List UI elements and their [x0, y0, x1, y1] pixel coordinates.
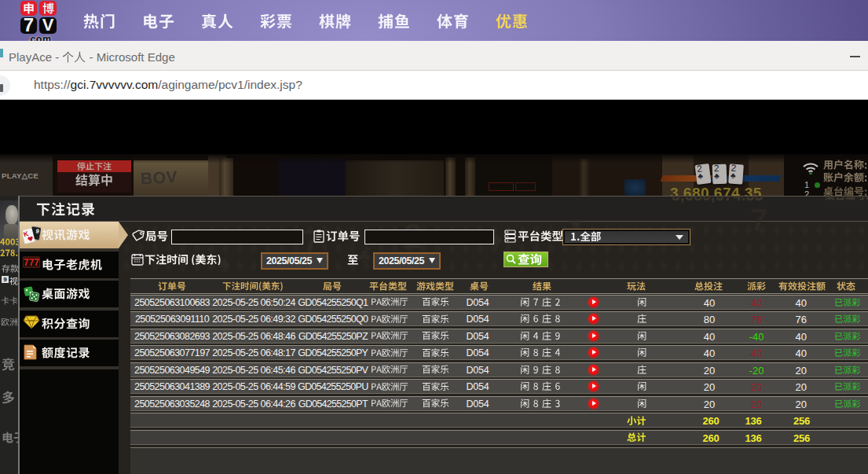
svg-text:777: 777: [24, 257, 39, 268]
